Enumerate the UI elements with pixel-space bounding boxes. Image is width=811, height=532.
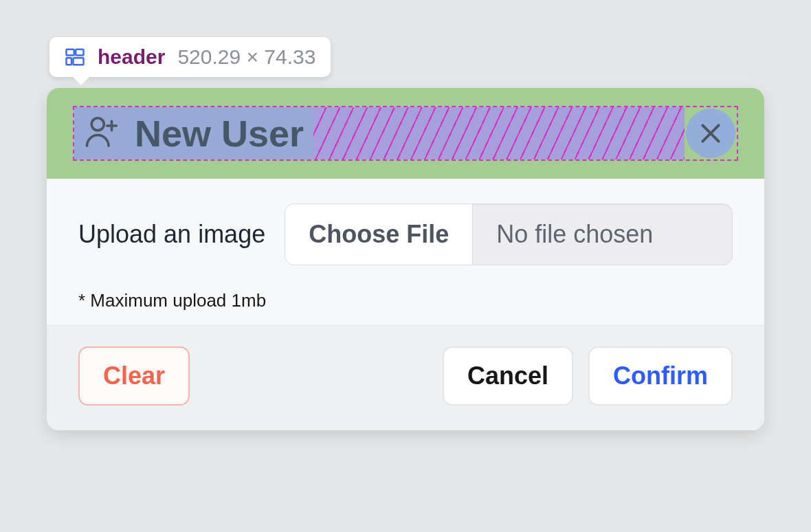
dialog-header-inner: New User [74,107,737,159]
upload-label: Upload an image [78,220,265,249]
cancel-button[interactable]: Cancel [443,346,573,406]
svg-rect-0 [67,49,74,56]
dialog-body: Upload an image Choose File No file chos… [47,179,764,325]
inspect-element-name: header [98,45,165,69]
file-status-text: No file chosen [473,204,732,265]
upload-row: Upload an image Choose File No file chos… [78,203,733,265]
clear-button[interactable]: Clear [78,346,190,406]
upload-hint: * Maximum upload 1mb [78,290,733,311]
layout-icon [65,47,85,67]
choose-file-button[interactable]: Choose File [285,204,473,265]
svg-rect-3 [74,58,84,65]
dialog-header: New User [47,88,764,179]
devtools-inspect-tooltip: header 520.29 × 74.33 [49,37,331,77]
dialog-title-group: New User [74,107,313,159]
svg-rect-2 [67,58,72,65]
dialog-title: New User [135,112,304,155]
svg-point-4 [91,118,104,131]
close-button[interactable] [685,107,737,159]
add-user-icon [84,113,121,153]
confirm-button[interactable]: Confirm [588,346,733,406]
inspect-element-dimensions: 520.29 × 74.33 [177,45,315,69]
dialog-footer: Clear Cancel Confirm [47,325,764,430]
file-input[interactable]: Choose File No file chosen [285,203,733,265]
header-flex-spacer [313,107,685,159]
svg-rect-1 [76,49,83,56]
close-icon [697,120,724,147]
new-user-dialog: New User Upload an image Choose File No … [47,88,764,430]
